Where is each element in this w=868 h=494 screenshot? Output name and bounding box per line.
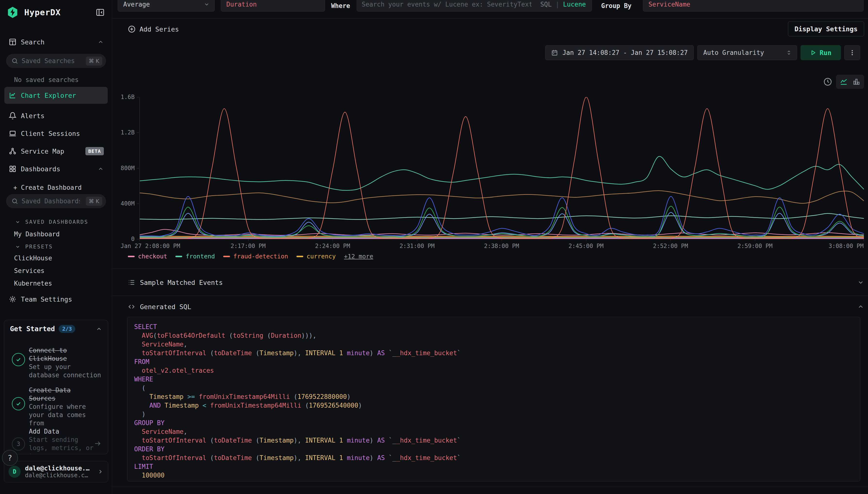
- legend-item-currency[interactable]: currency: [296, 253, 336, 260]
- series-frontend: [140, 156, 864, 190]
- sidebar-item-chart-explorer[interactable]: Chart Explorer: [4, 87, 108, 104]
- divider: [112, 268, 868, 269]
- sidebar-item-label: Alerts: [21, 112, 45, 120]
- group-by-select[interactable]: ServiceName: [643, 0, 864, 12]
- y-tick-label: 1.2B: [120, 129, 135, 136]
- sidebar-item-label: Chart Explorer: [21, 92, 76, 99]
- sidebar-item-service-map[interactable]: Service Map BETA: [9, 146, 104, 157]
- gear-icon: [9, 295, 17, 303]
- user-email: dale@clickhouse.c…: [25, 472, 90, 479]
- chart-type-toggle: [836, 75, 864, 89]
- chevron-up-icon[interactable]: [857, 303, 864, 310]
- calendar-icon: [551, 49, 558, 56]
- saved-dashboards-search[interactable]: ⌘ K: [6, 194, 106, 208]
- presets-header[interactable]: PRESETS: [15, 244, 53, 250]
- sidebar-item-label: Service Map: [21, 148, 64, 155]
- get-started-card: Get Started 2/3 Connect to ClickHouse Se…: [4, 320, 108, 454]
- main-content: Average Duration Where SQL | Lucene Grou…: [112, 0, 868, 494]
- chevron-down-icon: [15, 219, 20, 225]
- query-language-toggle[interactable]: SQL | Lucene: [540, 1, 586, 8]
- sidebar-item-team-settings[interactable]: Team Settings: [9, 293, 104, 305]
- chevron-up-icon[interactable]: [98, 166, 104, 172]
- chevron-up-icon[interactable]: [96, 326, 102, 332]
- sidebar: HyperDX Search ⌘ K No saved searches: [0, 0, 112, 494]
- x-tick-label: 2:24:00 PM: [315, 243, 350, 249]
- line-chart-icon[interactable]: [840, 78, 848, 86]
- divider: [112, 296, 868, 296]
- sample-matched-events-section[interactable]: Sample Matched Events: [128, 275, 864, 290]
- y-tick-label: 400M: [120, 200, 135, 207]
- x-tick-label: 2:17:00 PM: [231, 243, 266, 249]
- kbd-shortcut: ⌘ K: [86, 197, 102, 206]
- sidebar-item-dashboards[interactable]: Dashboards: [9, 163, 104, 174]
- series-checkout: [140, 229, 864, 235]
- saved-searches-search[interactable]: ⌘ K: [6, 54, 106, 68]
- dashboards-icon: [9, 165, 17, 173]
- chart-explorer-icon: [9, 92, 17, 99]
- user-menu[interactable]: D dale@clickhouse.… dale@clickhouse.c…: [4, 461, 108, 482]
- legend-item-checkout[interactable]: checkout: [128, 253, 167, 260]
- field-select[interactable]: Duration: [221, 0, 325, 12]
- y-tick-label: 1.6B: [120, 94, 135, 100]
- series-unlabeled-green: [140, 206, 864, 237]
- more-options-button[interactable]: [844, 45, 860, 60]
- kbd-shortcut: ⌘ K: [86, 57, 102, 65]
- sidebar-item-kubernetes[interactable]: Kubernetes: [14, 280, 52, 287]
- saved-dashboards-header[interactable]: SAVED DASHBOARDS: [15, 219, 88, 225]
- chevron-down-icon: [204, 1, 210, 7]
- help-button[interactable]: ?: [2, 450, 18, 466]
- sidebar-collapse-icon[interactable]: [96, 8, 105, 17]
- x-tick-label: 3:08:00 PM: [829, 243, 864, 249]
- legend-item-fraud-detection[interactable]: fraud-detection: [223, 253, 288, 260]
- controls-row: Jan 27 14:08:27 - Jan 27 15:08:27 Auto G…: [545, 45, 860, 60]
- sidebar-item-my-dashboard[interactable]: My Dashboard: [14, 230, 60, 238]
- bar-chart-icon[interactable]: [852, 78, 860, 86]
- y-tick-label: 800M: [120, 165, 135, 172]
- sidebar-item-search[interactable]: Search: [9, 36, 104, 48]
- event-search-input[interactable]: [362, 1, 532, 8]
- date-range-value: Jan 27 14:08:27 - Jan 27 15:08:27: [562, 49, 688, 56]
- search-query-box[interactable]: SQL | Lucene: [356, 0, 592, 12]
- sidebar-item-client-sessions[interactable]: Client Sessions: [9, 128, 104, 139]
- granularity-select[interactable]: Auto Granularity: [697, 45, 797, 60]
- date-range-picker[interactable]: Jan 27 14:08:27 - Jan 27 15:08:27: [545, 45, 694, 60]
- x-axis: Jan 27 2:08:00 PM2:17:00 PM2:24:00 PM2:3…: [139, 241, 864, 251]
- run-button[interactable]: Run: [801, 45, 841, 60]
- bell-icon: [9, 112, 17, 120]
- chevron-right-icon: [97, 469, 103, 475]
- add-series-button[interactable]: Add Series: [128, 25, 179, 33]
- app-title: HyperDX: [24, 7, 61, 17]
- divider: [112, 18, 868, 19]
- chart-plot[interactable]: [139, 97, 864, 239]
- chevron-up-down-icon: [786, 50, 792, 56]
- chart-type-row: [823, 75, 864, 89]
- series-unlabeled-mint: [140, 213, 864, 220]
- saved-dashboards-input[interactable]: [22, 197, 80, 205]
- chevron-down-icon[interactable]: [857, 279, 864, 286]
- x-tick-label: 2:59:00 PM: [737, 243, 773, 249]
- hyperdx-logo-icon: [7, 6, 18, 18]
- user-name: dale@clickhouse.…: [25, 464, 90, 472]
- sidebar-item-clickhouse[interactable]: ClickHouse: [14, 254, 52, 262]
- saved-searches-input[interactable]: [22, 57, 80, 64]
- play-icon: [810, 50, 816, 56]
- sidebar-item-label: Dashboards: [21, 165, 60, 173]
- clock-icon[interactable]: [823, 77, 832, 86]
- sidebar-item-alerts[interactable]: Alerts: [9, 110, 104, 121]
- legend-more-link[interactable]: +12 more: [344, 253, 373, 260]
- x-tick-label: 2:45:00 PM: [568, 243, 604, 249]
- progress-badge: 2/3: [59, 325, 75, 333]
- display-settings-button[interactable]: Display Settings: [788, 21, 864, 36]
- no-saved-searches-text: No saved searches: [14, 76, 79, 83]
- generated-sql-section[interactable]: Generated SQL: [128, 299, 864, 314]
- chevron-up-icon[interactable]: [98, 39, 104, 45]
- series-unlabeled-blue: [140, 196, 864, 236]
- sidebar-item-services[interactable]: Services: [14, 267, 44, 274]
- granularity-value: Auto Granularity: [703, 49, 764, 56]
- legend-item-frontend[interactable]: frontend: [175, 253, 215, 260]
- where-label: Where: [331, 0, 350, 12]
- sidebar-item-label: Team Settings: [21, 296, 72, 303]
- create-dashboard-button[interactable]: + Create Dashboard: [13, 184, 82, 191]
- aggregation-select[interactable]: Average: [118, 0, 215, 12]
- generated-sql-code: SELECT AVG(toFloat64OrDefault (toString …: [127, 317, 860, 481]
